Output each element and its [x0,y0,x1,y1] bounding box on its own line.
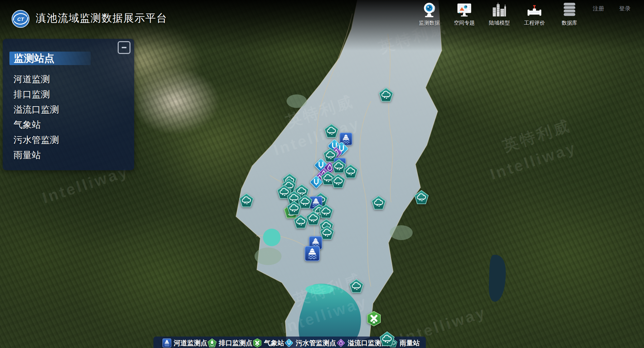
nav-project-evaluation[interactable]: 工程评价 [520,2,549,27]
sidebar-item-rain[interactable]: 雨量站 [13,148,134,163]
webcam-icon [421,2,438,19]
top-nav: 监测数据 空间专题 [415,2,584,27]
monitoring-stations-panel: 监测站点 河道监测排口监测溢流口监测气象站污水管监测雨量站 [3,39,134,170]
header-bar: CT 滇池流域监测数据展示平台 监测数据 [0,0,644,32]
minus-icon [122,47,126,48]
svg-text:CT: CT [17,17,25,22]
rain-marker[interactable] [324,123,339,138]
rain-marker[interactable] [287,201,301,215]
panel-collapse-button[interactable] [118,41,130,54]
nav-label: 数据库 [562,20,578,27]
sidebar-item-overflow[interactable]: 溢流口监测 [13,102,134,117]
rain-marker[interactable] [379,331,395,347]
sidebar-menu: 河道监测排口监测溢流口监测气象站污水管监测雨量站 [3,72,134,163]
nav-label: 工程评价 [524,20,545,27]
rain-marker[interactable] [319,204,333,219]
register-link[interactable]: 注册 [593,5,604,12]
nav-label: 空间专题 [454,20,475,27]
auth-links: 注册 登录 [593,5,631,12]
login-link[interactable]: 登录 [619,5,631,12]
database-icon [561,2,578,19]
page-title: 滇池流域监测数据展示平台 [36,11,167,25]
nav-label: 监测数据 [419,20,440,27]
rain-marker[interactable] [414,190,429,205]
valve-icon [526,2,543,19]
sidebar-item-sewage[interactable]: 污水管监测 [13,133,134,148]
logo: CT [11,9,30,28]
sidebar-item-weather[interactable]: 气象站 [13,117,134,133]
rain-marker[interactable] [349,279,364,293]
sidebar-item-river[interactable]: 河道监测 [13,72,134,87]
buildings-icon [491,2,508,19]
nav-monitoring-data[interactable]: 监测数据 [415,2,444,27]
rain-marker[interactable] [371,195,386,210]
nav-spatial-topics[interactable]: 空间专题 [450,2,479,27]
nav-database[interactable]: 数据库 [555,2,584,27]
rain-marker[interactable] [293,214,308,229]
nav-land-model[interactable]: 陆域模型 [485,2,514,27]
river-marker[interactable] [304,245,320,262]
rain-marker[interactable] [331,174,346,188]
panel-title: 监测站点 [9,52,91,65]
app-window: 英特利威Intelliway英特利威Intelliway英特利威Intelliw… [0,0,644,348]
sidebar-item-outlet[interactable]: 排口监测 [13,87,134,102]
monitor-icon [456,2,473,19]
nav-label: 陆域模型 [489,20,510,27]
rain-marker[interactable] [239,193,254,208]
rain-marker[interactable] [379,87,393,102]
weather-marker[interactable] [366,311,382,326]
